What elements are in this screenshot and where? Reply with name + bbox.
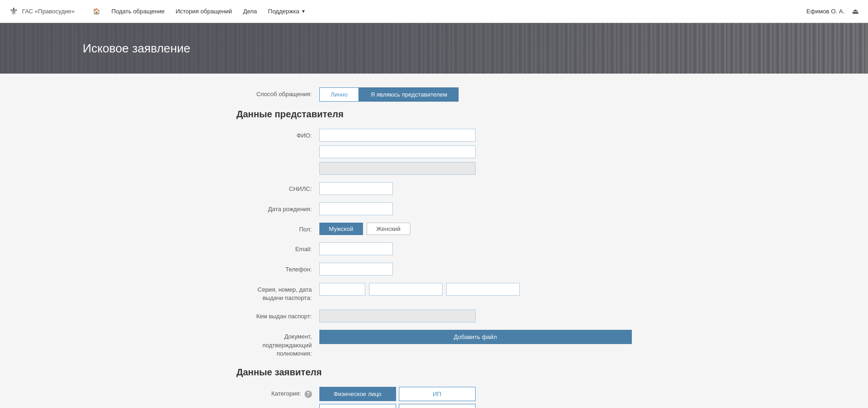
applicant-category-row: Категория: ? Физическое лицо ИП ЮЛ Орган…: [237, 387, 632, 408]
way-personally-button[interactable]: Лично: [319, 87, 359, 102]
rep-issued-by-label: Кем выдан паспорт:: [237, 310, 319, 321]
rep-gender-label: Пол:: [237, 223, 319, 234]
category-help-icon[interactable]: ?: [305, 391, 312, 398]
eagle-icon: ⚜: [9, 6, 18, 17]
rep-issued-by-field[interactable]: [319, 310, 476, 322]
rep-fio-field1[interactable]: [319, 129, 476, 142]
rep-email-controls: [319, 242, 632, 255]
add-file-button[interactable]: Добавить файл: [319, 330, 632, 344]
brand-name: ГАС «Правосудие»: [22, 8, 74, 15]
rep-doc-row: Документ, подтверждающий полномочия: Доб…: [237, 330, 632, 358]
rep-passport-series-field[interactable]: [319, 283, 365, 296]
support-arrow: ▼: [301, 9, 306, 14]
rep-passport-controls: [319, 283, 632, 296]
rep-fio-field3[interactable]: [319, 162, 476, 175]
gender-female-button[interactable]: Женский: [367, 223, 410, 235]
nav-history[interactable]: История обращений: [176, 8, 232, 15]
rep-fio-label: ФИО:: [237, 129, 319, 140]
rep-issued-by-row: Кем выдан паспорт:: [237, 310, 632, 322]
way-representative-button[interactable]: Я являюсь представителем: [359, 87, 459, 102]
rep-passport-number-field[interactable]: [369, 283, 443, 296]
applicant-category-controls: Физическое лицо ИП ЮЛ Орган государствен…: [319, 387, 632, 408]
rep-fio-row: ФИО:: [237, 129, 632, 175]
rep-dob-row: Дата рождения:: [237, 202, 632, 215]
rep-snils-label: СНИЛС:: [237, 182, 319, 193]
way-of-appeal-label: Способ обращения:: [237, 87, 319, 98]
category-ul-button[interactable]: ЮЛ: [319, 404, 396, 408]
rep-passport-row: Серия, номер, дата выдачи паспорта:: [237, 283, 632, 302]
gender-male-button[interactable]: Мужской: [319, 223, 363, 235]
rep-snils-controls: [319, 182, 632, 195]
applicant-category-label: Категория: ?: [237, 387, 319, 398]
nav-support[interactable]: Поддержка ▼: [268, 8, 306, 15]
username: Ефимов О. А.: [806, 8, 845, 15]
rep-gender-controls: Мужской Женский: [319, 223, 632, 235]
way-of-appeal-row: Способ обращения: Лично Я являюсь предст…: [237, 87, 632, 102]
rep-phone-field[interactable]: [319, 263, 393, 276]
way-btn-group: Лично Я являюсь представителем: [319, 87, 632, 102]
rep-passport-label: Серия, номер, дата выдачи паспорта:: [237, 283, 319, 302]
category-gov-button[interactable]: Орган государственной власти: [399, 404, 476, 408]
rep-passport-date-field[interactable]: [446, 283, 520, 296]
logout-icon[interactable]: ⏏: [852, 7, 859, 16]
rep-phone-row: Телефон:: [237, 263, 632, 276]
rep-phone-label: Телефон:: [237, 263, 319, 274]
rep-email-field[interactable]: [319, 242, 393, 255]
category-grid: Физическое лицо ИП ЮЛ Орган государствен…: [319, 387, 476, 408]
way-of-appeal-controls: Лично Я являюсь представителем: [319, 87, 632, 102]
nav-links: 🏠 Подать обращение История обращений Дел…: [93, 8, 806, 15]
rep-dob-label: Дата рождения:: [237, 202, 319, 213]
rep-gender-row: Пол: Мужской Женский: [237, 223, 632, 235]
rep-doc-label: Документ, подтверждающий полномочия:: [237, 330, 319, 358]
rep-dob-field[interactable]: [319, 202, 393, 215]
rep-doc-controls: Добавить файл: [319, 330, 632, 344]
category-individual-button[interactable]: Физическое лицо: [319, 387, 396, 401]
rep-email-row: Email:: [237, 242, 632, 255]
home-icon: 🏠: [93, 8, 100, 15]
category-ip-button[interactable]: ИП: [399, 387, 476, 401]
hero-banner: Исковое заявление: [0, 23, 868, 74]
brand-link[interactable]: ⚜ ГАС «Правосудие»: [9, 6, 74, 17]
applicant-section-title: Данные заявителя: [237, 367, 632, 378]
rep-phone-controls: [319, 263, 632, 276]
rep-snils-row: СНИЛС:: [237, 182, 632, 195]
nav-cases[interactable]: Дела: [243, 8, 257, 15]
representative-section-title: Данные представителя: [237, 109, 632, 120]
rep-snils-field[interactable]: [319, 182, 393, 195]
rep-email-label: Email:: [237, 242, 319, 253]
nav-submit[interactable]: Подать обращение: [111, 8, 165, 15]
rep-issued-by-controls: [319, 310, 632, 322]
page-title: Исковое заявление: [83, 41, 190, 56]
rep-dob-controls: [319, 202, 632, 215]
rep-fio-field2[interactable]: [319, 145, 476, 158]
nav-right: Ефимов О. А. ⏏: [806, 7, 859, 16]
rep-fio-controls: [319, 129, 632, 175]
nav-home[interactable]: 🏠: [93, 8, 100, 15]
main-content: Способ обращения: Лично Я являюсь предст…: [227, 74, 641, 408]
navbar: ⚜ ГАС «Правосудие» 🏠 Подать обращение Ис…: [0, 0, 868, 23]
